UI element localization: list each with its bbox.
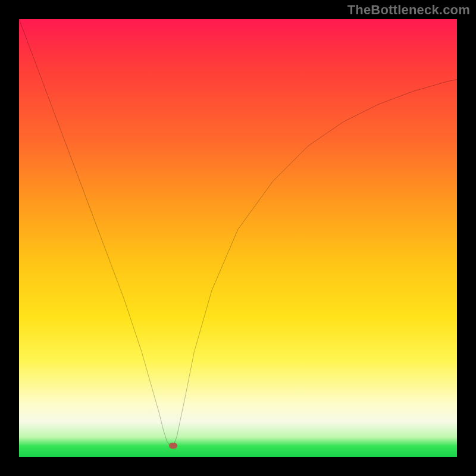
watermark-text: TheBottleneck.com [347, 2, 470, 18]
plot-area [19, 19, 457, 457]
bottleneck-curve [19, 19, 457, 457]
curve-vertex-marker [169, 443, 177, 449]
chart-frame: TheBottleneck.com [0, 0, 476, 476]
